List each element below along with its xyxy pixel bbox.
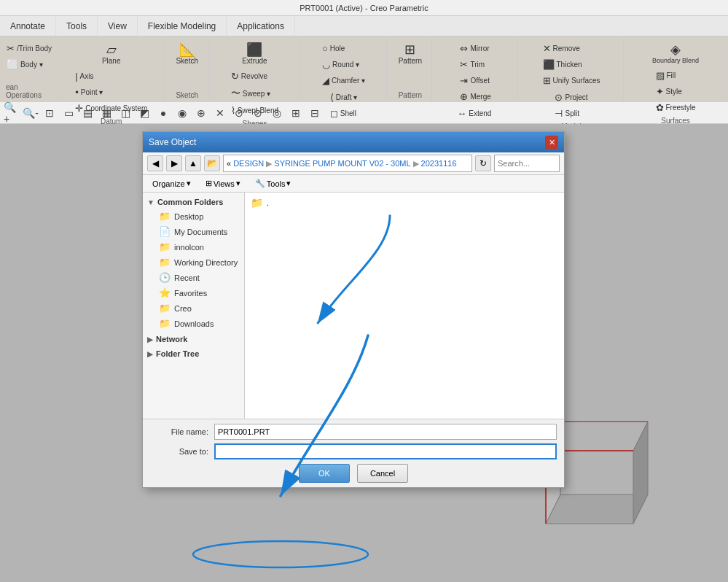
mydocs-label: My Documents xyxy=(174,228,227,236)
sidebar-item-creo[interactable]: 📁 Creo xyxy=(143,300,244,316)
btn-views[interactable]: ⊞ Views ▾ xyxy=(200,176,246,190)
btn-round[interactable]: ◡Round ▾ xyxy=(318,57,369,72)
btn-trim-body[interactable]: ✂/Trim Body xyxy=(3,41,55,56)
btn-display5[interactable]: ◎ xyxy=(268,104,286,122)
btn-view2[interactable]: ▤ xyxy=(79,104,96,122)
downloads-folder-icon: 📁 xyxy=(159,318,171,329)
tab-view[interactable]: View xyxy=(98,16,138,36)
btn-display3[interactable]: ⊙ xyxy=(230,104,248,122)
tab-flexible-modeling[interactable]: Flexible Modeling xyxy=(138,16,227,36)
btn-revolve[interactable]: ↻Revolve xyxy=(227,69,282,84)
btn-draft[interactable]: ⟨Draft ▾ xyxy=(326,90,361,105)
network-header[interactable]: ▶ Network xyxy=(143,333,244,346)
favorites-label: Favorites xyxy=(174,289,207,298)
btn-forward[interactable]: ▶ xyxy=(166,155,182,171)
btn-extend[interactable]: ↔Extend xyxy=(453,106,498,121)
btn-display4[interactable]: ⊘ xyxy=(249,104,267,122)
dialog-title: Save Object xyxy=(149,137,196,147)
common-toggle-icon: ▼ xyxy=(147,198,154,206)
filename-input[interactable] xyxy=(214,424,557,440)
sidebar-item-downloads[interactable]: 📁 Downloads xyxy=(143,316,244,331)
btn-trim[interactable]: ✂Trim xyxy=(456,57,494,72)
btn-back[interactable]: ◀ xyxy=(147,155,163,171)
saveto-input[interactable] xyxy=(214,443,557,459)
btn-shell[interactable]: ◻Shell xyxy=(326,106,361,121)
btn-refresh[interactable]: ↻ xyxy=(475,155,491,171)
sidebar-item-favorites[interactable]: ⭐ Favorites xyxy=(143,285,244,300)
btn-zoom-in[interactable]: 🔍+ xyxy=(3,104,20,122)
search-input[interactable] xyxy=(494,155,560,172)
btn-freestyle[interactable]: ✿Freestyle xyxy=(652,100,700,115)
tab-applications[interactable]: Applications xyxy=(227,16,295,36)
group-operations-label: ean Operations xyxy=(6,82,52,99)
dialog-close-button[interactable]: ✕ xyxy=(545,136,558,149)
btn-shading2[interactable]: ◉ xyxy=(173,104,191,122)
file-area: 📁 . xyxy=(245,193,564,419)
tools-arrow: ▾ xyxy=(286,179,291,188)
btn-view3[interactable]: ▦ xyxy=(98,104,115,122)
btn-organize[interactable]: Organize ▾ xyxy=(147,176,196,190)
cancel-button[interactable]: Cancel xyxy=(357,464,408,483)
tab-annotate[interactable]: Annotate xyxy=(0,16,56,36)
group-surfaces: ◈ Boundary Blend ▨Fill ✦Style ✿Freestyle… xyxy=(625,39,727,101)
group-datum: ▱ Plane |Axis •Point ▾ ✛Coordinate Syste… xyxy=(59,39,164,101)
sidebar-item-mydocs[interactable]: 📄 My Documents xyxy=(143,224,244,239)
breadcrumb-design[interactable]: DESIGN xyxy=(233,159,264,168)
btn-recent-places[interactable]: 📂 xyxy=(204,155,220,171)
btn-merge[interactable]: ⊕Merge xyxy=(456,89,494,104)
btn-display6[interactable]: ⊞ xyxy=(287,104,305,122)
btn-display2[interactable]: ✕ xyxy=(211,104,229,122)
organize-arrow: ▾ xyxy=(187,179,191,188)
folder-tree-header[interactable]: ▶ Folder Tree xyxy=(143,347,244,360)
btn-sketch[interactable]: 📐 Sketch xyxy=(172,41,202,67)
btn-offset[interactable]: ⇥Offset xyxy=(456,73,494,88)
sidebar-item-innolcon[interactable]: 📁 innolcon xyxy=(143,239,244,255)
breadcrumb-bar[interactable]: « DESIGN ▶ SYRINGE PUMP MOUNT V02 - 30ML… xyxy=(223,155,472,172)
btn-display7[interactable]: ⊟ xyxy=(306,104,324,122)
btn-view1[interactable]: ▭ xyxy=(60,104,77,122)
btn-axis[interactable]: |Axis xyxy=(71,69,151,84)
btn-thicken[interactable]: ⬛Thicken xyxy=(539,57,604,72)
btn-body[interactable]: ⬜Body ▾ xyxy=(3,57,55,72)
sidebar-item-desktop[interactable]: 📁 Desktop xyxy=(143,209,244,224)
btn-fill[interactable]: ▨Fill xyxy=(652,68,700,83)
ok-button[interactable]: OK xyxy=(299,464,350,483)
btn-chamfer[interactable]: ◢Chamfer ▾ xyxy=(318,73,369,88)
btn-split[interactable]: ⊣Split xyxy=(551,106,591,121)
dialog-bottom: File name: Save to: OK Cancel xyxy=(143,419,564,487)
sidebar-item-working-dir[interactable]: 📁 Working Directory xyxy=(143,255,244,270)
dialog-body: ▼ Common Folders 📁 Desktop 📄 My Document… xyxy=(143,193,564,419)
recent-label: Recent xyxy=(174,273,200,282)
ribbon-tabs: Annotate Tools View Flexible Modeling Ap… xyxy=(0,16,728,36)
btn-extrude[interactable]: ⬛ Extrude xyxy=(238,41,270,67)
btn-zoom-out[interactable]: 🔍- xyxy=(22,104,39,122)
tab-tools[interactable]: Tools xyxy=(56,16,98,36)
btn-view5[interactable]: ◩ xyxy=(136,104,153,122)
dialog-title-bar: Save Object ✕ xyxy=(143,132,564,152)
btn-project[interactable]: ⊙Project xyxy=(551,90,591,105)
innolcon-label: innolcon xyxy=(174,243,204,252)
breadcrumb-date[interactable]: 20231116 xyxy=(421,159,457,168)
btn-zoom-fit[interactable]: ⊡ xyxy=(41,104,58,122)
btn-point[interactable]: •Point ▾ xyxy=(71,85,151,100)
sidebar-item-recent[interactable]: 🕒 Recent xyxy=(143,270,244,285)
btn-style[interactable]: ✦Style xyxy=(652,84,700,99)
btn-pattern[interactable]: ⊞ Pattern xyxy=(395,41,426,67)
btn-shading1[interactable]: ● xyxy=(154,104,172,122)
group-editing: ⇔Mirror ✂Trim ⇥Offset ⊕Merge ↔Extend ∩In… xyxy=(434,39,518,101)
btn-boundary-blend[interactable]: ◈ Boundary Blend xyxy=(649,41,702,66)
btn-unify-surfaces[interactable]: ⊞Unify Surfaces xyxy=(539,73,604,88)
btn-hole[interactable]: ○Hole xyxy=(318,41,369,56)
btn-sweep[interactable]: 〜Sweep ▾ xyxy=(227,85,282,102)
file-item-dot[interactable]: 📁 . xyxy=(248,195,561,210)
btn-plane[interactable]: ▱ Plane xyxy=(98,41,125,67)
btn-display1[interactable]: ⊕ xyxy=(192,104,210,122)
btn-up[interactable]: ▲ xyxy=(185,155,201,171)
btn-remove[interactable]: ✕Remove xyxy=(539,41,604,56)
breadcrumb-pump[interactable]: SYRINGE PUMP MOUNT V02 - 30ML xyxy=(274,159,410,168)
common-folders-header[interactable]: ▼ Common Folders xyxy=(143,195,244,209)
btn-tools[interactable]: 🔧 Tools ▾ xyxy=(250,176,297,190)
folder-tree-toggle-icon: ▶ xyxy=(147,350,153,358)
btn-mirror[interactable]: ⇔Mirror xyxy=(456,41,494,56)
btn-view4[interactable]: ◫ xyxy=(117,104,134,122)
